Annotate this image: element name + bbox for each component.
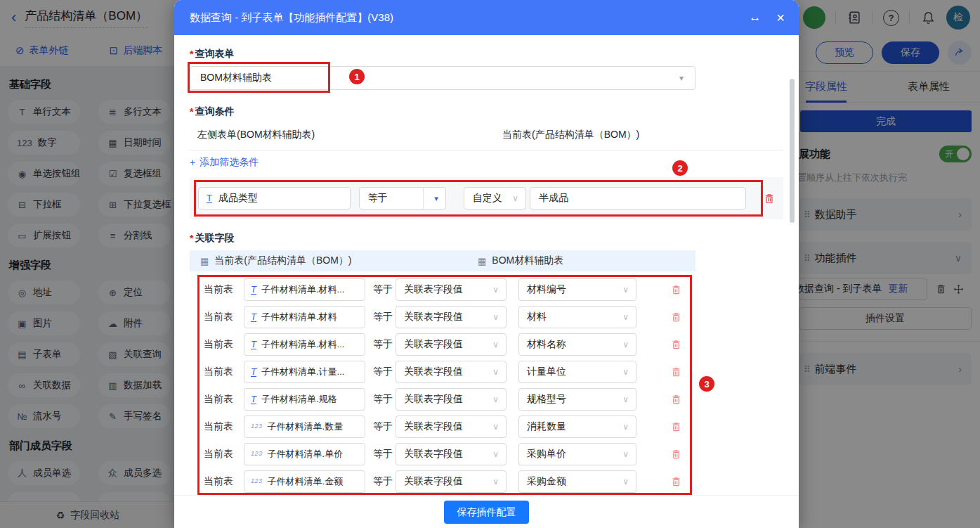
chevron-down-icon: ∨ [492,367,499,377]
add-filter-link[interactable]: + 添加筛选条件 [190,156,259,169]
operator-label: 等于 [373,475,394,488]
mapping-row: 当前表 T 子件材料清单.规格 等于 关联表字段值 ∨ 规格型号 ∨ [190,385,783,413]
mode-select[interactable]: 关联表字段值 ∨ [396,306,507,328]
mapping-row: 当前表 T 子件材料清单.材料... 等于 关联表字段值 ∨ 材料名称 ∨ [190,330,783,358]
required-mark: * [190,49,193,60]
delete-row-button[interactable] [671,421,681,432]
query-form-value: BOM材料辅助表 [200,72,272,84]
query-form-label: * 查询表单 [190,48,783,60]
scope-label: 当前表 [204,448,244,461]
operator-label: 等于 [373,283,394,296]
dialog-body: * 查询表单 BOM材料辅助表 ▾ * 查询条件 左侧表单(BOM材料辅助表) … [174,35,799,495]
target-field-select[interactable]: 消耗数量 ∨ [518,416,636,438]
target-field-select[interactable]: 采购单价 ∨ [518,443,636,465]
field-type-icon: 123 [251,478,263,484]
source-field-select[interactable]: T 子件材料清单.规格 [244,388,365,411]
mapping-label: * 关联字段 [190,232,783,245]
condition-value-type-select[interactable]: 自定义 ∨ [464,187,526,210]
scope-label: 当前表 [204,366,244,378]
scope-label: 当前表 [204,283,244,296]
chevron-down-icon: ∨ [622,449,629,459]
mapping-header: ▦ 当前表(产品结构清单（BOM）) ▦ BOM材料辅助表 [190,250,695,271]
table-icon: ▦ [478,256,486,266]
field-type-icon: T [251,394,256,404]
chevron-down-icon: ∨ [492,312,499,322]
mode-select[interactable]: 关联表字段值 ∨ [396,416,507,438]
chevron-down-icon: ∨ [622,340,629,349]
chevron-down-icon: ∨ [492,340,499,349]
condition-operator-select[interactable]: 等于 ▾ [359,187,446,210]
mapping-header-right: BOM材料辅助表 [492,255,563,267]
target-field-select[interactable]: 采购金额 ∨ [518,470,636,493]
source-field-select[interactable]: 123 子件材料清单.单价 [244,443,365,465]
source-field-select[interactable]: T 子件材料清单.材料... [244,333,365,356]
left-table-label: 左侧表单(BOM材料辅助表) [197,129,502,141]
mode-select[interactable]: 关联表字段值 ∨ [396,470,507,493]
required-mark: * [190,106,193,117]
mode-select[interactable]: 关联表字段值 ∨ [396,443,507,465]
condition-field-select[interactable]: T 成品类型 [198,187,351,210]
field-type-icon: T [251,285,256,295]
source-field-select[interactable]: 123 子件材料清单.数量 [244,416,365,438]
mapping-header-left: 当前表(产品结构清单（BOM）) [214,255,351,267]
delete-row-button[interactable] [671,394,681,405]
chevron-down-icon: ∨ [622,312,629,322]
target-field-select[interactable]: 材料 ∨ [518,306,636,328]
scope-label: 当前表 [204,393,244,406]
mode-select[interactable]: 关联表字段值 ∨ [396,278,507,301]
source-field-select[interactable]: T 子件材料清单.材料 [244,306,365,328]
plus-icon: + [190,157,195,168]
chevron-down-icon: ∨ [622,394,629,404]
expand-dialog-icon[interactable]: ↔ [749,11,761,25]
table-icon: ▦ [200,256,209,266]
dropdown-arrow-icon: ▾ [679,73,684,83]
delete-row-button[interactable] [671,366,681,378]
delete-row-button[interactable] [671,449,681,460]
divider [190,150,783,150]
field-type-icon: T [251,312,256,322]
delete-row-button[interactable] [671,311,681,323]
operator-label: 等于 [373,420,394,433]
modal-scrollbar[interactable] [790,79,795,223]
mapping-row: 当前表 123 子件材料清单.单价 等于 关联表字段值 ∨ 采购单价 ∨ [190,440,783,468]
target-field-select[interactable]: 计量单位 ∨ [518,361,636,383]
delete-row-button[interactable] [671,476,681,487]
field-type-icon: T [251,340,256,349]
right-table-label: 当前表(产品结构清单（BOM）) [502,129,639,141]
mapping-rows: 当前表 T 子件材料清单.材料... 等于 关联表字段值 ∨ 材料编号 ∨ [190,276,783,495]
target-field-select[interactable]: 规格型号 ∨ [518,388,636,411]
mapping-row: 当前表 T 子件材料清单.计量... 等于 关联表字段值 ∨ 计量单位 ∨ [190,358,783,385]
mapping-row: 当前表 T 子件材料清单.材料 等于 关联表字段值 ∨ 材料 ∨ [190,303,783,330]
query-condition-label: * 查询条件 [190,105,783,118]
target-field-select[interactable]: 材料编号 ∨ [518,278,636,301]
delete-condition-button[interactable] [764,193,775,205]
dropdown-arrow-icon: ▾ [434,194,438,203]
chevron-down-icon: ∨ [492,449,499,459]
dialog-header[interactable]: 数据查询 - 到子表单【功能插件配置】(V38) ↔ × [174,0,799,35]
divider [423,188,424,209]
mode-select[interactable]: 关联表字段值 ∨ [396,333,507,356]
delete-row-button[interactable] [671,339,681,350]
mode-select[interactable]: 关联表字段值 ∨ [396,388,507,411]
chevron-down-icon: ∨ [492,477,499,487]
target-field-select[interactable]: 材料名称 ∨ [518,333,636,356]
chevron-down-icon: ∨ [492,422,499,432]
chevron-down-icon: ∨ [492,394,499,404]
source-field-select[interactable]: 123 子件材料清单.金额 [244,470,365,493]
operator-label: 等于 [373,448,394,461]
source-field-select[interactable]: T 子件材料清单.材料... [244,278,365,301]
field-type-icon: 123 [251,451,263,457]
scope-label: 当前表 [204,338,244,351]
plugin-config-dialog: 数据查询 - 到子表单【功能插件配置】(V38) ↔ × * 查询表单 BOM材… [174,0,799,528]
mapping-row: 当前表 123 子件材料清单.数量 等于 关联表字段值 ∨ 消耗数量 ∨ [190,413,783,440]
query-form-select[interactable]: BOM材料辅助表 ▾ [190,66,695,90]
delete-row-button[interactable] [671,284,681,295]
save-plugin-config-button[interactable]: 保存插件配置 [444,501,529,524]
source-field-select[interactable]: T 子件材料清单.计量... [244,361,365,383]
condition-value-input[interactable]: 半成品 [530,187,746,210]
mode-select[interactable]: 关联表字段值 ∨ [396,361,507,383]
dialog-footer: 保存插件配置 [174,495,799,528]
filter-condition-row: T 成品类型 等于 ▾ 自定义 ∨ 半成品 [190,177,783,219]
close-dialog-icon[interactable]: × [776,10,785,26]
operator-label: 等于 [373,366,394,378]
